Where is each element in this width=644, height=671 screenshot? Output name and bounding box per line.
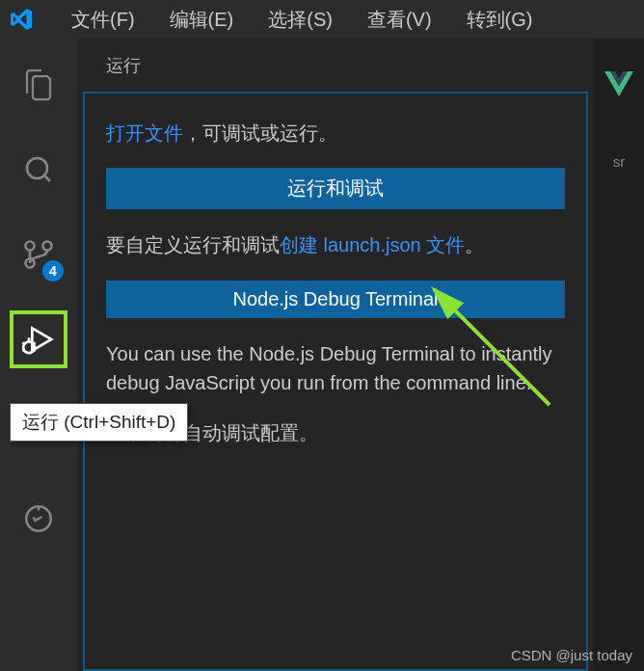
run-sidebar: 运行 打开文件，可调试或运行。 运行和调试 要自定义运行和调试创建 launch…: [77, 39, 594, 671]
svg-point-2: [43, 242, 52, 251]
explorer-tab[interactable]: [10, 56, 67, 114]
svg-line-1: [44, 175, 50, 181]
scm-badge: 4: [42, 260, 64, 282]
create-launch-json-link[interactable]: 创建 launch.json 文件: [280, 234, 465, 255]
menu-select[interactable]: 选择(S): [251, 3, 350, 37]
customize-suffix: 。: [465, 234, 484, 255]
search-tab[interactable]: [10, 141, 67, 199]
editor-strip: sr: [594, 39, 644, 671]
node-debug-terminal-button[interactable]: Node.js Debug Terminal: [106, 281, 565, 318]
svg-point-0: [27, 158, 47, 178]
menu-go[interactable]: 转到(G): [449, 3, 550, 37]
svg-line-8: [22, 342, 25, 344]
watermark: CSDN @just today: [511, 647, 632, 663]
customize-line: 要自定义运行和调试创建 launch.json 文件。: [106, 230, 565, 259]
run-and-debug-button[interactable]: 运行和调试: [106, 168, 565, 209]
open-file-suffix: ，可调试或运行。: [183, 122, 337, 144]
source-control-tab[interactable]: 4: [10, 226, 67, 283]
activity-bar: 4: [0, 39, 77, 671]
svg-line-10: [22, 350, 25, 351]
svg-line-9: [33, 342, 35, 344]
run-debug-tab[interactable]: [10, 310, 67, 368]
open-file-link[interactable]: 打开文件: [106, 122, 183, 144]
node-debug-description: You can use the Node.js Debug Terminal t…: [106, 339, 565, 397]
menu-view[interactable]: 查看(V): [350, 3, 449, 37]
open-file-line: 打开文件，可调试或运行。: [106, 121, 565, 147]
menu-edit[interactable]: 编辑(E): [152, 3, 252, 37]
run-tab-tooltip: 运行 (Ctrl+Shift+D): [10, 403, 188, 442]
customize-prefix: 要自定义运行和调试: [106, 234, 280, 255]
svg-line-11: [33, 350, 35, 351]
menubar: 文件(F) 编辑(E) 选择(S) 查看(V) 转到(G): [0, 0, 644, 39]
svg-point-4: [26, 242, 35, 251]
sidebar-title: 运行: [77, 39, 594, 92]
vscode-logo-icon: [8, 6, 35, 33]
run-panel: 打开文件，可调试或运行。 运行和调试 要自定义运行和调试创建 launch.js…: [83, 92, 588, 671]
src-text: sr: [613, 153, 626, 170]
extra-tab[interactable]: [10, 490, 67, 548]
vue-logo-icon: [604, 71, 633, 103]
menu-file[interactable]: 文件(F): [54, 3, 152, 37]
